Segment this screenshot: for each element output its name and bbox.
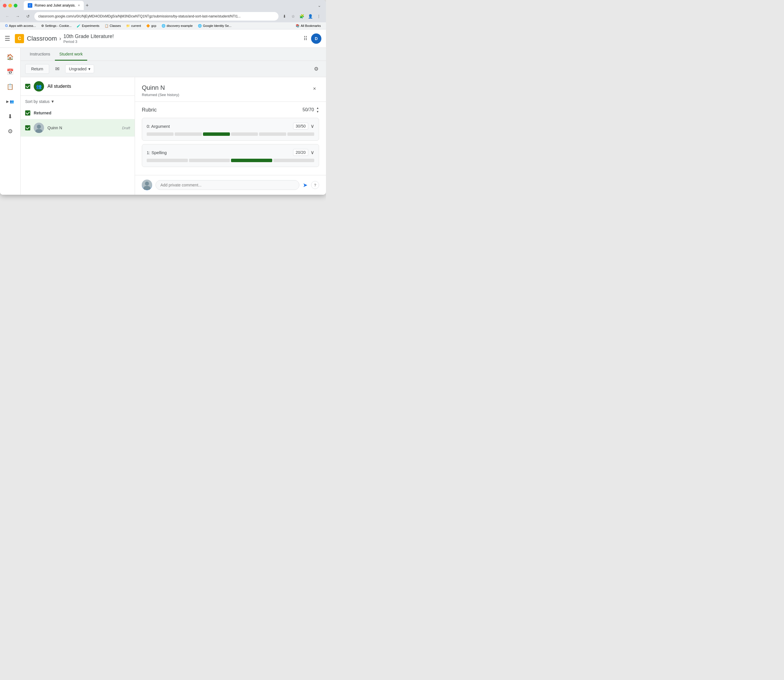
section-header-returned: Returned [20, 107, 135, 119]
google-identity-icon: 🌐 [198, 24, 202, 28]
address-bar-row: ← → ↺ ⬇ ☆ 🧩 👤 ⋮ [0, 11, 326, 22]
send-comment-button[interactable]: ➤ [303, 182, 308, 189]
left-nav: 🏠 📅 📋 ▶ 👥 ⬇ ⚙ [0, 48, 20, 195]
course-period-label: Period 3 [63, 39, 114, 44]
bookmark-icon[interactable]: ☆ [290, 13, 297, 20]
tab-instructions[interactable]: Instructions [25, 48, 55, 61]
refresh-button[interactable]: ↺ [24, 12, 32, 20]
extensions-icon[interactable]: 🧩 [298, 13, 305, 20]
nav-archive-button[interactable]: ⬇ [3, 110, 17, 123]
comment-input[interactable] [156, 180, 299, 190]
browser-overflow-button[interactable]: ⌄ [316, 2, 323, 9]
all-students-label: All students [47, 84, 71, 89]
rubric-total-score: 50/70 [302, 107, 314, 112]
rubric-item-argument-score: 30/50 [296, 124, 305, 128]
rubric-item-argument: 0: Argument 30/50 ∨ [142, 118, 319, 141]
tab-student-work[interactable]: Student work [55, 48, 88, 61]
student-checkbox[interactable] [25, 125, 30, 131]
rubric-item-spelling-expand-button[interactable]: ∨ [310, 149, 314, 156]
nav-assignments-button[interactable]: 📋 [3, 80, 17, 93]
rubric-item-argument-header: 0: Argument 30/50 ∨ [147, 123, 314, 129]
section-returned-label: Returned [34, 111, 51, 115]
bookmark-gcp-label: gcp [151, 24, 156, 27]
maximize-traffic-light[interactable] [14, 4, 17, 8]
settings-icon: ⚙ [314, 66, 318, 72]
forward-button[interactable]: → [14, 12, 22, 20]
score-up-button[interactable]: ▲ [316, 106, 319, 110]
all-students-checkbox[interactable] [25, 84, 30, 89]
bookmark-classes[interactable]: 📋 Classes [103, 24, 123, 28]
mail-icon: ✉ [55, 66, 60, 72]
bookmark-apps[interactable]: G Apps with access... [3, 23, 38, 28]
minimize-traffic-light[interactable] [8, 4, 12, 8]
rubric-item-spelling-title: 1: Spelling [147, 150, 167, 155]
profile-icon[interactable]: 👤 [307, 13, 314, 20]
tab-title: Romeo and Juliet analysis. [35, 3, 76, 8]
user-avatar-button[interactable]: D [311, 33, 321, 44]
bookmark-g-icon: G [5, 24, 8, 28]
progress-seg-5 [259, 132, 286, 136]
svg-point-4 [145, 182, 149, 186]
detail-close-button[interactable]: × [310, 84, 319, 93]
address-input[interactable] [34, 12, 279, 20]
rubric-item-argument-title: 0: Argument [147, 124, 170, 129]
rubric-item-argument-expand-button[interactable]: ∨ [310, 123, 314, 129]
bookmark-gcp[interactable]: 🔶 gcp [144, 24, 158, 28]
student-detail-name: Quinn N [142, 84, 179, 91]
rubric-item-spelling-progress [147, 159, 314, 162]
globe-icon: 🌐 [162, 24, 165, 28]
nav-calendar-button[interactable]: 📅 [3, 65, 17, 79]
active-tab[interactable]: C Romeo and Juliet analysis. × [24, 1, 84, 10]
tab-close-icon[interactable]: × [78, 3, 80, 8]
content-area: Instructions Student work Return ✉ Ungra… [20, 48, 326, 195]
download-icon[interactable]: ⬇ [281, 13, 288, 20]
bookmark-google-identity[interactable]: 🌐 Google Identity Se... [196, 24, 233, 28]
close-traffic-light[interactable] [3, 4, 6, 8]
sort-label: Sort by status [25, 99, 50, 104]
avatar-svg [34, 123, 44, 133]
nav-settings-button[interactable]: ⚙ [3, 124, 17, 138]
returned-checkbox[interactable] [25, 110, 30, 115]
progress-seg-1 [147, 132, 173, 136]
bookmark-discovery-label: discovery example [167, 24, 193, 27]
spelling-progress-seg-4 [273, 159, 315, 162]
bookmark-all[interactable]: 📚 All Bookmarks [294, 24, 323, 28]
bookmark-experiments[interactable]: 🧪 Experiments [75, 24, 101, 28]
nav-home-button[interactable]: 🏠 [3, 50, 17, 64]
hamburger-menu-button[interactable]: ☰ [5, 35, 10, 42]
nav-people-expand-button[interactable]: ▶ 👥 [3, 94, 17, 109]
browser-menu-icon[interactable]: ⋮ [315, 13, 323, 20]
rubric-item-spelling-score: 20/20 [296, 150, 305, 155]
bookmark-discovery[interactable]: 🌐 discovery example [160, 24, 194, 28]
comment-area: ➤ ? [135, 175, 326, 195]
rubric-section: Rubric 50/70 ▲ ▼ [135, 102, 326, 175]
help-button[interactable]: ? [311, 181, 319, 189]
student-avatar [34, 123, 44, 133]
all-students-row: 👥 All students [20, 77, 135, 96]
sort-arrow-icon: ▾ [52, 99, 54, 104]
bookmarks-bar: G Apps with access... ⚙ Settings - Cooki… [0, 22, 326, 30]
group-icon: 👥 [36, 84, 42, 89]
split-panel: 👥 All students Sort by status ▾ [20, 77, 326, 195]
bookmark-settings[interactable]: ⚙ Settings - Cookie... [39, 24, 74, 28]
back-button[interactable]: ← [3, 12, 11, 20]
grade-dropdown[interactable]: Ungraded ▾ [65, 65, 94, 73]
browser-actions: ⬇ ☆ 🧩 👤 ⋮ [281, 13, 323, 20]
new-tab-button[interactable]: + [85, 3, 89, 9]
rubric-item-spelling: 1: Spelling 20/20 ∨ [142, 144, 319, 167]
detail-header: Quinn N Returned (See history) × [135, 77, 326, 102]
folder-icon: 📁 [126, 24, 130, 28]
bookmark-current[interactable]: 📁 current [124, 24, 143, 28]
rubric-item-spelling-header: 1: Spelling 20/20 ∨ [147, 149, 314, 156]
browser-titlebar: C Romeo and Juliet analysis. × + ⌄ [0, 0, 326, 11]
settings-button[interactable]: ⚙ [311, 64, 321, 74]
return-button[interactable]: Return [25, 64, 49, 74]
apps-grid-button[interactable]: ⠿ [303, 35, 308, 42]
mail-button[interactable]: ✉ [52, 64, 62, 74]
sort-dropdown-button[interactable]: ▾ [52, 99, 54, 104]
classroom-logo: C [15, 34, 24, 43]
browser-window: C Romeo and Juliet analysis. × + ⌄ ← → ↺… [0, 0, 326, 195]
course-name-label: 10th Grade Literature! [63, 33, 114, 39]
student-row[interactable]: Quinn N Draft [20, 119, 135, 137]
score-down-button[interactable]: ▼ [316, 110, 319, 113]
